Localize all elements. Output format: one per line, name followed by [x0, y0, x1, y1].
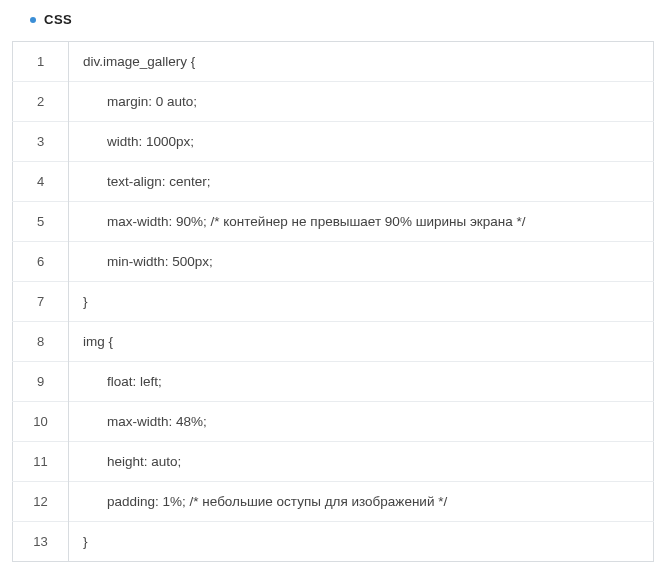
line-number: 4 — [13, 162, 69, 202]
code-line: 6min-width: 500px; — [13, 242, 654, 282]
line-number: 2 — [13, 82, 69, 122]
code-line: 9float: left; — [13, 362, 654, 402]
code-line: 3width: 1000px; — [13, 122, 654, 162]
line-number: 13 — [13, 522, 69, 562]
line-number: 1 — [13, 42, 69, 82]
code-text: } — [69, 282, 654, 322]
line-number: 6 — [13, 242, 69, 282]
line-number: 11 — [13, 442, 69, 482]
code-text: max-width: 48%; — [69, 402, 654, 442]
language-title: CSS — [44, 12, 72, 27]
code-line: 13} — [13, 522, 654, 562]
code-text: padding: 1%; /* небольшие оступы для изо… — [69, 482, 654, 522]
code-text: float: left; — [69, 362, 654, 402]
code-line: 11height: auto; — [13, 442, 654, 482]
code-block: 1div.image_gallery {2margin: 0 auto;3wid… — [12, 41, 654, 562]
code-line: 4text-align: center; — [13, 162, 654, 202]
code-line: 12padding: 1%; /* небольшие оступы для и… — [13, 482, 654, 522]
line-number: 10 — [13, 402, 69, 442]
code-text: div.image_gallery { — [69, 42, 654, 82]
code-text: text-align: center; — [69, 162, 654, 202]
code-line: 10max-width: 48%; — [13, 402, 654, 442]
code-line: 8img { — [13, 322, 654, 362]
line-number: 7 — [13, 282, 69, 322]
line-number: 5 — [13, 202, 69, 242]
code-text: margin: 0 auto; — [69, 82, 654, 122]
line-number: 3 — [13, 122, 69, 162]
bullet-icon — [30, 17, 36, 23]
code-text: min-width: 500px; — [69, 242, 654, 282]
code-line: 2margin: 0 auto; — [13, 82, 654, 122]
code-text: } — [69, 522, 654, 562]
language-header: CSS — [30, 12, 653, 27]
line-number: 9 — [13, 362, 69, 402]
code-text: img { — [69, 322, 654, 362]
code-text: max-width: 90%; /* контейнер не превышае… — [69, 202, 654, 242]
code-line: 1div.image_gallery { — [13, 42, 654, 82]
code-text: width: 1000px; — [69, 122, 654, 162]
line-number: 12 — [13, 482, 69, 522]
code-text: height: auto; — [69, 442, 654, 482]
code-line: 7} — [13, 282, 654, 322]
code-line: 5max-width: 90%; /* контейнер не превыша… — [13, 202, 654, 242]
line-number: 8 — [13, 322, 69, 362]
